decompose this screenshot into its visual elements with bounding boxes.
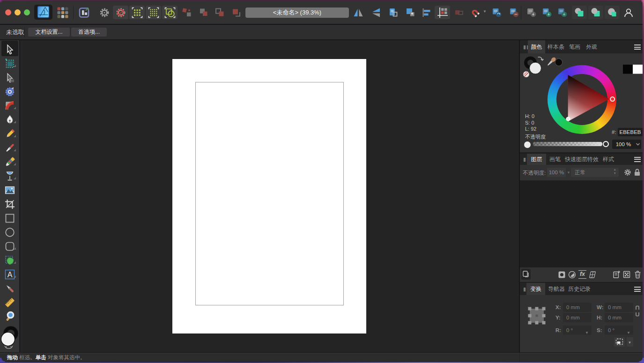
svg-text:A: A bbox=[7, 271, 13, 279]
